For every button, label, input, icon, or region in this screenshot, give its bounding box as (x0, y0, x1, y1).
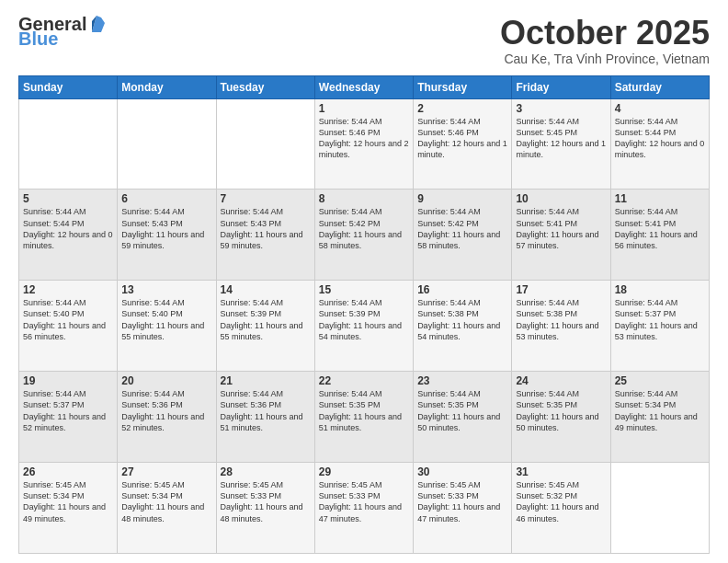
cell-w4-d5: 24Sunrise: 5:44 AMSunset: 5:35 PMDayligh… (512, 372, 610, 463)
calendar-week-3: 12Sunrise: 5:44 AMSunset: 5:40 PMDayligh… (19, 281, 710, 372)
cell-text-12: Sunrise: 5:44 AMSunset: 5:40 PMDaylight:… (23, 297, 113, 342)
day-number-22: 22 (319, 374, 409, 387)
day-number-23: 23 (417, 374, 507, 387)
cell-w2-d4: 9Sunrise: 5:44 AMSunset: 5:42 PMDaylight… (414, 190, 512, 281)
cell-w2-d0: 5Sunrise: 5:44 AMSunset: 5:44 PMDaylight… (19, 190, 118, 281)
cell-w3-d1: 13Sunrise: 5:44 AMSunset: 5:40 PMDayligh… (118, 281, 216, 372)
cell-w5-d0: 26Sunrise: 5:45 AMSunset: 5:34 PMDayligh… (19, 463, 118, 554)
cell-w5-d4: 30Sunrise: 5:45 AMSunset: 5:33 PMDayligh… (414, 463, 512, 554)
day-number-15: 15 (319, 283, 409, 296)
cell-text-10: Sunrise: 5:44 AMSunset: 5:41 PMDaylight:… (516, 206, 606, 251)
title-block: October 2025 Cau Ke, Tra Vinh Province, … (500, 15, 710, 66)
day-number-26: 26 (23, 465, 113, 478)
day-number-25: 25 (615, 374, 705, 387)
cell-text-14: Sunrise: 5:44 AMSunset: 5:39 PMDaylight:… (221, 297, 311, 342)
cell-text-23: Sunrise: 5:44 AMSunset: 5:35 PMDaylight:… (417, 388, 507, 433)
header: General Blue October 2025 Cau Ke, Tra Vi… (18, 15, 710, 66)
cell-w1-d6: 4Sunrise: 5:44 AMSunset: 5:44 PMDaylight… (610, 98, 709, 190)
cell-w5-d5: 31Sunrise: 5:45 AMSunset: 5:32 PMDayligh… (512, 463, 610, 554)
cell-w2-d5: 10Sunrise: 5:44 AMSunset: 5:41 PMDayligh… (512, 190, 610, 281)
cell-w4-d4: 23Sunrise: 5:44 AMSunset: 5:35 PMDayligh… (414, 372, 512, 463)
day-number-17: 17 (516, 283, 606, 296)
day-number-28: 28 (221, 465, 311, 478)
cell-text-9: Sunrise: 5:44 AMSunset: 5:42 PMDaylight:… (417, 206, 507, 251)
cell-text-31: Sunrise: 5:45 AMSunset: 5:32 PMDaylight:… (516, 479, 606, 524)
cell-text-20: Sunrise: 5:44 AMSunset: 5:36 PMDaylight:… (121, 388, 211, 433)
cell-text-2: Sunrise: 5:44 AMSunset: 5:46 PMDaylight:… (417, 116, 507, 161)
cell-w3-d5: 17Sunrise: 5:44 AMSunset: 5:38 PMDayligh… (512, 281, 610, 372)
cell-w1-d4: 2Sunrise: 5:44 AMSunset: 5:46 PMDaylight… (414, 98, 512, 190)
location-subtitle: Cau Ke, Tra Vinh Province, Vietnam (500, 52, 710, 66)
col-thursday: Thursday (414, 75, 512, 98)
cell-text-8: Sunrise: 5:44 AMSunset: 5:42 PMDaylight:… (319, 206, 409, 251)
cell-w1-d5: 3Sunrise: 5:44 AMSunset: 5:45 PMDaylight… (512, 98, 610, 190)
day-number-30: 30 (417, 465, 507, 478)
calendar-week-5: 26Sunrise: 5:45 AMSunset: 5:34 PMDayligh… (19, 463, 710, 554)
cell-w1-d0 (19, 98, 118, 190)
logo: General Blue (18, 15, 105, 48)
cell-w5-d3: 29Sunrise: 5:45 AMSunset: 5:33 PMDayligh… (314, 463, 413, 554)
calendar-week-2: 5Sunrise: 5:44 AMSunset: 5:44 PMDaylight… (19, 190, 710, 281)
cell-w3-d2: 14Sunrise: 5:44 AMSunset: 5:39 PMDayligh… (216, 281, 314, 372)
col-sunday: Sunday (19, 75, 118, 98)
cell-text-21: Sunrise: 5:44 AMSunset: 5:36 PMDaylight:… (221, 388, 311, 433)
cell-w3-d6: 18Sunrise: 5:44 AMSunset: 5:37 PMDayligh… (610, 281, 709, 372)
calendar-header-row: Sunday Monday Tuesday Wednesday Thursday… (19, 75, 710, 98)
logo-blue: Blue (18, 29, 105, 48)
cell-w3-d4: 16Sunrise: 5:44 AMSunset: 5:38 PMDayligh… (414, 281, 512, 372)
day-number-24: 24 (516, 374, 606, 387)
calendar-week-4: 19Sunrise: 5:44 AMSunset: 5:37 PMDayligh… (19, 372, 710, 463)
col-friday: Friday (512, 75, 610, 98)
day-number-14: 14 (221, 283, 311, 296)
cell-w4-d6: 25Sunrise: 5:44 AMSunset: 5:34 PMDayligh… (610, 372, 709, 463)
day-number-9: 9 (417, 192, 507, 205)
col-wednesday: Wednesday (314, 75, 413, 98)
day-number-7: 7 (221, 192, 311, 205)
day-number-8: 8 (319, 192, 409, 205)
cell-text-24: Sunrise: 5:44 AMSunset: 5:35 PMDaylight:… (516, 388, 606, 433)
cell-text-22: Sunrise: 5:44 AMSunset: 5:35 PMDaylight:… (319, 388, 409, 433)
day-number-3: 3 (516, 102, 606, 115)
cell-w2-d2: 7Sunrise: 5:44 AMSunset: 5:43 PMDaylight… (216, 190, 314, 281)
day-number-21: 21 (221, 374, 311, 387)
cell-w1-d2 (216, 98, 314, 190)
cell-text-7: Sunrise: 5:44 AMSunset: 5:43 PMDaylight:… (221, 206, 311, 251)
cell-w2-d3: 8Sunrise: 5:44 AMSunset: 5:42 PMDaylight… (314, 190, 413, 281)
day-number-6: 6 (121, 192, 211, 205)
day-number-1: 1 (319, 102, 409, 115)
day-number-4: 4 (615, 102, 705, 115)
month-title: October 2025 (500, 15, 710, 52)
col-tuesday: Tuesday (216, 75, 314, 98)
cell-w4-d2: 21Sunrise: 5:44 AMSunset: 5:36 PMDayligh… (216, 372, 314, 463)
cell-w4-d1: 20Sunrise: 5:44 AMSunset: 5:36 PMDayligh… (118, 372, 216, 463)
calendar-table: Sunday Monday Tuesday Wednesday Thursday… (18, 75, 710, 554)
day-number-13: 13 (121, 283, 211, 296)
cell-text-1: Sunrise: 5:44 AMSunset: 5:46 PMDaylight:… (319, 116, 409, 161)
cell-w1-d1 (118, 98, 216, 190)
cell-w2-d1: 6Sunrise: 5:44 AMSunset: 5:43 PMDaylight… (118, 190, 216, 281)
cell-text-4: Sunrise: 5:44 AMSunset: 5:44 PMDaylight:… (615, 116, 705, 161)
cell-text-28: Sunrise: 5:45 AMSunset: 5:33 PMDaylight:… (221, 479, 311, 524)
cell-w3-d3: 15Sunrise: 5:44 AMSunset: 5:39 PMDayligh… (314, 281, 413, 372)
day-number-31: 31 (516, 465, 606, 478)
cell-text-13: Sunrise: 5:44 AMSunset: 5:40 PMDaylight:… (121, 297, 211, 342)
cell-text-6: Sunrise: 5:44 AMSunset: 5:43 PMDaylight:… (121, 206, 211, 251)
day-number-2: 2 (417, 102, 507, 115)
day-number-19: 19 (23, 374, 113, 387)
col-saturday: Saturday (610, 75, 709, 98)
cell-w5-d2: 28Sunrise: 5:45 AMSunset: 5:33 PMDayligh… (216, 463, 314, 554)
cell-text-26: Sunrise: 5:45 AMSunset: 5:34 PMDaylight:… (23, 479, 113, 524)
cell-text-29: Sunrise: 5:45 AMSunset: 5:33 PMDaylight:… (319, 479, 409, 524)
cell-w4-d3: 22Sunrise: 5:44 AMSunset: 5:35 PMDayligh… (314, 372, 413, 463)
day-number-11: 11 (615, 192, 705, 205)
cell-text-17: Sunrise: 5:44 AMSunset: 5:38 PMDaylight:… (516, 297, 606, 342)
cell-text-30: Sunrise: 5:45 AMSunset: 5:33 PMDaylight:… (417, 479, 507, 524)
cell-w5-d1: 27Sunrise: 5:45 AMSunset: 5:34 PMDayligh… (118, 463, 216, 554)
cell-text-5: Sunrise: 5:44 AMSunset: 5:44 PMDaylight:… (23, 206, 113, 251)
cell-text-27: Sunrise: 5:45 AMSunset: 5:34 PMDaylight:… (121, 479, 211, 524)
day-number-10: 10 (516, 192, 606, 205)
day-number-20: 20 (121, 374, 211, 387)
col-monday: Monday (118, 75, 216, 98)
cell-w2-d6: 11Sunrise: 5:44 AMSunset: 5:41 PMDayligh… (610, 190, 709, 281)
day-number-29: 29 (319, 465, 409, 478)
